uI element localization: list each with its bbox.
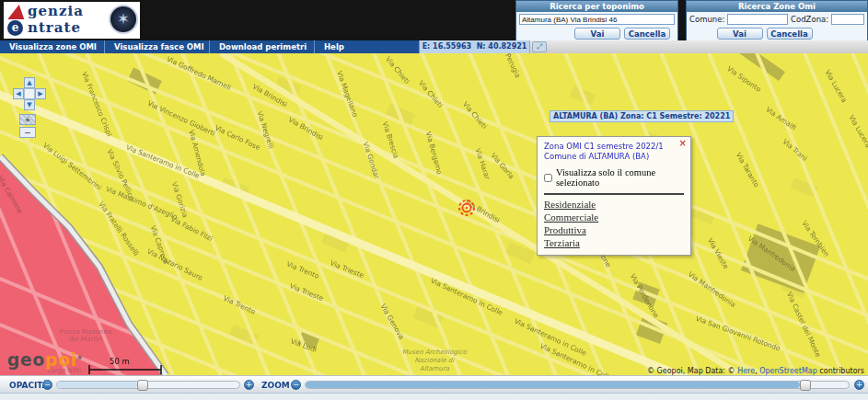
zone-go-button[interactable]: Vai	[717, 28, 763, 40]
zoom-decrease-button[interactable]: −	[291, 380, 301, 390]
here-link[interactable]: Here	[737, 367, 755, 375]
pan-right-button[interactable]: ▶	[35, 88, 46, 99]
attribution-text: © Geopoi, Map Data: ©	[647, 367, 737, 375]
geopoi-logo: geopoi®	[7, 349, 83, 370]
menu-item-visualizza-zone-omi[interactable]: Visualizza zone OMI	[0, 40, 105, 53]
coordinate-display: E: 16.55963 N: 40.82921	[420, 40, 530, 53]
pan-control: ▲ ◀ ▶ ▼	[13, 77, 46, 110]
zoom-handle[interactable]	[800, 380, 811, 391]
popup-link-residenziale[interactable]: Residenziale	[544, 198, 684, 211]
agenzia-a-swoosh-icon	[7, 5, 27, 19]
toponym-search-title: Ricerca per toponimo	[516, 1, 677, 12]
popup-title-line2: Comune di ALTAMURA (BA)	[544, 152, 684, 162]
openstreetmap-link[interactable]: OpenStreetMap	[759, 367, 817, 375]
scale-label: 50 m	[110, 357, 130, 366]
popup-close-icon[interactable]: ×	[679, 138, 687, 148]
street-label: Nazionale di	[414, 357, 455, 364]
opacity-slider[interactable]	[56, 381, 240, 389]
opacity-handle[interactable]	[137, 380, 148, 391]
zone-search-title: Ricerca Zone Omi	[687, 1, 867, 12]
comune-input[interactable]	[727, 14, 788, 25]
pan-down-button[interactable]: ▼	[24, 99, 35, 110]
menubar-filler	[549, 40, 868, 53]
zone-clear-button[interactable]: Cancella	[767, 28, 813, 40]
zoom-slider[interactable]	[305, 381, 850, 389]
map-viewport[interactable]: Via Goffredo MameliVia BrindisiVia Brind…	[0, 53, 868, 375]
menu-item-help[interactable]: Help	[315, 40, 420, 53]
codzona-input[interactable]	[831, 14, 864, 25]
only-selected-comune-checkbox[interactable]	[544, 174, 552, 182]
comune-label: Comune:	[689, 15, 724, 24]
geopoi-logo-reg: ®	[77, 354, 84, 360]
geopoi-logo-poi: poi	[45, 349, 77, 370]
popup-link-produttiva[interactable]: Produttiva	[544, 223, 684, 236]
map-canvas[interactable]: Via Goffredo MameliVia BrindisiVia Brind…	[0, 53, 868, 375]
attribution-suffix: contributors	[817, 367, 864, 375]
pan-center	[24, 88, 35, 99]
geopoi-logo-geo: geo	[7, 349, 45, 370]
repubblica-emblem-icon: ✶	[109, 5, 138, 34]
toponym-search-panel: Ricerca per toponimo Vai Cancella	[515, 0, 678, 43]
page-footer-strip	[0, 393, 868, 400]
popup-link-terziaria[interactable]: Terziaria	[544, 236, 684, 249]
map-zoom-in-button[interactable]: +	[19, 114, 36, 125]
popup-title-line1: Zona OMI C1 semestre 2022/1	[544, 142, 684, 152]
street-label: Museo Archeologico	[402, 349, 468, 356]
menu-item-download-perimetri[interactable]: Download perimetri	[210, 40, 315, 53]
expand-map-button[interactable]: ⤢	[532, 41, 547, 52]
map-zoom-out-button[interactable]: −	[19, 127, 36, 138]
opacity-decrease-button[interactable]: −	[42, 380, 52, 390]
only-selected-comune-label: Visualizza solo il comune selezionato	[556, 167, 684, 188]
logo-line2: ntrate	[28, 19, 84, 36]
opacity-fill	[57, 382, 137, 388]
expand-icon: ⤢	[537, 42, 542, 51]
toponym-go-button[interactable]: Vai	[574, 28, 620, 40]
map-attribution: © Geopoi, Map Data: © Here, OpenStreetMa…	[647, 367, 864, 375]
opacity-increase-button[interactable]: +	[244, 380, 254, 390]
zoom-label: ZOOM	[261, 381, 290, 390]
popup-divider	[544, 193, 684, 195]
pan-left-button[interactable]: ◀	[13, 88, 24, 99]
zoom-increase-button[interactable]: +	[854, 380, 864, 390]
menu-bar: Visualizza zone OMIVisualizza fasce OMID…	[0, 40, 868, 53]
bottom-toolbar: OPACITÀ − + ZOOM − +	[0, 375, 868, 393]
toponym-clear-button[interactable]: Cancella	[624, 28, 670, 40]
street-label: Altamura	[420, 365, 450, 372]
street-label: dei Martiri	[69, 336, 102, 343]
zone-search-panel: Ricerca Zone Omi Comune: CodZona: Vai Ca…	[686, 0, 868, 43]
top-header: e genzia ntrate ✶ Ricerca per toponimo V…	[0, 0, 868, 40]
zone-info-badge: ALTAMURA (BA) Zona: C1 Semestre: 20221	[550, 110, 734, 122]
street-label: Piazza Madonna	[60, 328, 111, 336]
menu-item-visualizza-fasce-omi[interactable]: Visualizza fasce OMI	[105, 40, 210, 53]
toponym-input[interactable]	[519, 14, 675, 25]
codzona-label: CodZona:	[791, 15, 828, 24]
zoom-fill	[306, 382, 800, 388]
logo-line1: genzia	[28, 3, 84, 19]
zone-popup: × Zona OMI C1 semestre 2022/1 Comune di …	[537, 136, 691, 256]
pan-up-button[interactable]: ▲	[24, 77, 35, 88]
entrate-e-swoosh-icon: e	[7, 20, 23, 36]
logo-text: genzia ntrate	[28, 3, 84, 36]
popup-link-commerciale[interactable]: Commerciale	[544, 211, 684, 223]
